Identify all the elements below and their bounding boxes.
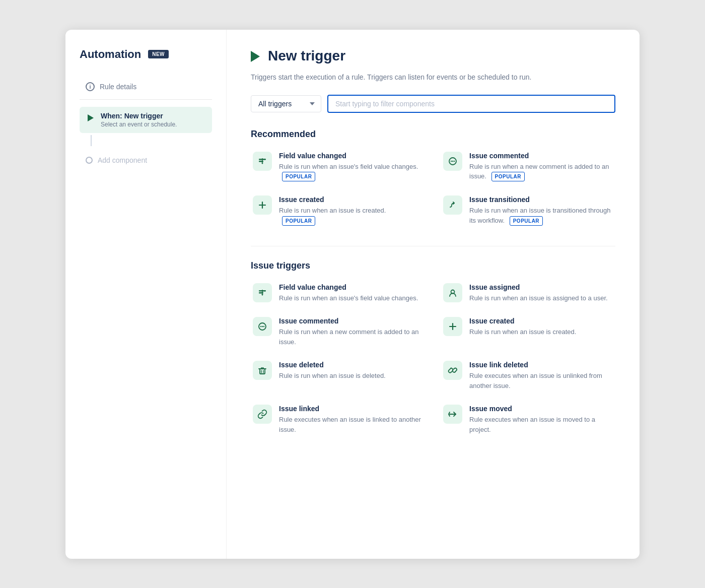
- issue-triggers-section-title: Issue triggers: [251, 260, 615, 271]
- sidebar-connector: [91, 135, 92, 146]
- trigger-item-issue-commented-rec[interactable]: Issue commented Rule is run when a new c…: [441, 150, 615, 184]
- field-value-icon: [257, 156, 267, 166]
- issue-deleted-title: Issue deleted: [279, 361, 386, 369]
- svg-point-5: [454, 160, 455, 161]
- sidebar-add-component[interactable]: Add component: [80, 151, 212, 169]
- workflow-label: When: New trigger: [101, 112, 177, 120]
- popular-badge-created: POPULAR: [282, 216, 315, 226]
- filter-input[interactable]: [327, 95, 615, 113]
- comment-icon: [257, 321, 267, 332]
- link-broken-icon-wrap: [443, 361, 462, 380]
- issue-moved-desc: Rule executes when an issue is moved to …: [469, 415, 613, 434]
- field-value-changed-title: Field value changed: [279, 283, 418, 291]
- add-component-label: Add component: [98, 156, 147, 164]
- workflow-play-icon-wrap: [86, 113, 96, 123]
- trigger-item-issue-transitioned-rec[interactable]: Issue transitioned Rule is run when an i…: [441, 193, 615, 228]
- issue-deleted-desc: Rule is run when an issue is deleted.: [279, 371, 386, 381]
- field-value-changed-rec-desc: Rule is run when an issue's field value …: [279, 162, 423, 182]
- sidebar-item-rule-details[interactable]: i Rule details: [80, 77, 212, 96]
- svg-point-4: [452, 160, 453, 161]
- issue-commented-title: Issue commented: [279, 317, 423, 325]
- issue-link-deleted-title: Issue link deleted: [469, 361, 613, 369]
- svg-rect-13: [260, 369, 265, 374]
- trigger-item-field-value-changed[interactable]: Field value changed Rule is run when an …: [251, 281, 425, 305]
- link-icon: [257, 409, 267, 419]
- issue-link-deleted-desc: Rule executes when an issue is unlinked …: [469, 371, 613, 390]
- new-badge: NEW: [148, 50, 169, 58]
- plus-icon-wrap: [443, 317, 462, 336]
- field-value-icon-wrap-2: [253, 283, 272, 302]
- info-icon: i: [86, 82, 95, 91]
- trash-icon-wrap: [253, 361, 272, 380]
- plus-icon-rec: [257, 200, 267, 210]
- trigger-item-issue-deleted[interactable]: Issue deleted Rule is run when an issue …: [251, 359, 425, 393]
- trigger-item-issue-created[interactable]: Issue created Rule is run when an issue …: [441, 315, 615, 349]
- svg-point-3: [451, 160, 452, 161]
- section-divider: [251, 246, 615, 246]
- popular-badge-transitioned: POPULAR: [510, 216, 543, 226]
- link-broken-icon: [448, 365, 458, 375]
- issue-created-desc: Rule is run when an issue is created.: [469, 327, 576, 337]
- assigned-icon: [448, 288, 458, 298]
- issue-linked-title: Issue linked: [279, 405, 423, 413]
- recommended-section-title: Recommended: [251, 129, 615, 140]
- comment-icon-wrap: [253, 317, 272, 336]
- trash-icon: [257, 365, 267, 375]
- svg-point-11: [262, 326, 263, 327]
- svg-point-12: [263, 326, 264, 327]
- link-icon-wrap: [253, 405, 272, 424]
- comment-icon-wrap-rec: [443, 152, 462, 171]
- main-play-icon: [251, 51, 260, 62]
- issue-transitioned-rec-title: Issue transitioned: [469, 195, 613, 204]
- assigned-icon-wrap: [443, 283, 462, 302]
- workflow-sublabel: Select an event or schedule.: [101, 121, 177, 128]
- move-icon: [448, 409, 458, 419]
- sidebar-item-when-trigger[interactable]: When: New trigger Select an event or sch…: [80, 107, 212, 133]
- transition-icon-rec: [448, 200, 458, 210]
- issue-commented-rec-title: Issue commented: [469, 152, 613, 160]
- field-value-changed-desc: Rule is run when an issue's field value …: [279, 293, 418, 303]
- plus-icon-wrap-rec: [253, 195, 272, 215]
- issue-created-rec-desc: Rule is run when an issue is created. PO…: [279, 206, 423, 226]
- popular-badge-commented: POPULAR: [491, 172, 525, 181]
- trigger-item-issue-commented[interactable]: Issue commented Rule is run when a new c…: [251, 315, 425, 349]
- issue-commented-rec-desc: Rule is run when a new comment is added …: [469, 162, 613, 182]
- issue-assigned-title: Issue assigned: [469, 283, 608, 291]
- trigger-item-issue-linked[interactable]: Issue linked Rule executes when an issue…: [251, 403, 425, 436]
- issue-created-rec-title: Issue created: [279, 195, 423, 204]
- sidebar-divider: [80, 99, 212, 100]
- trigger-item-issue-created-rec[interactable]: Issue created Rule is run when an issue …: [251, 193, 425, 228]
- issue-moved-title: Issue moved: [469, 405, 613, 413]
- main-content: New trigger Triggers start the execution…: [227, 30, 640, 559]
- app-title: Automation: [80, 48, 141, 61]
- plus-icon: [448, 321, 458, 332]
- issue-commented-desc: Rule is run when a new comment is added …: [279, 327, 423, 347]
- trigger-item-field-value-changed-rec[interactable]: Field value changed Rule is run when an …: [251, 150, 425, 184]
- field-value-icon-2: [257, 288, 267, 298]
- field-value-icon-wrap: [253, 152, 272, 171]
- page-description: Triggers start the execution of a rule. …: [251, 72, 615, 83]
- issue-linked-desc: Rule executes when an issue is linked to…: [279, 415, 423, 434]
- main-header: New trigger: [251, 48, 615, 64]
- add-dot-icon: [86, 157, 93, 164]
- page-title: New trigger: [268, 48, 345, 64]
- trigger-item-issue-link-deleted[interactable]: Issue link deleted Rule executes when an…: [441, 359, 615, 393]
- sidebar: Automation NEW i Rule details When: New …: [65, 30, 227, 559]
- play-icon: [88, 114, 94, 121]
- recommended-grid: Field value changed Rule is run when an …: [251, 150, 615, 228]
- popular-badge: POPULAR: [282, 172, 315, 181]
- trigger-item-issue-assigned[interactable]: Issue assigned Rule is run when an issue…: [441, 281, 615, 305]
- issue-transitioned-rec-desc: Rule is run when an issue is transitione…: [469, 206, 613, 226]
- issue-assigned-desc: Rule is run when an issue is assigned to…: [469, 293, 608, 303]
- comment-icon-rec: [448, 156, 458, 166]
- transition-icon-wrap-rec: [443, 195, 462, 215]
- field-value-changed-rec-title: Field value changed: [279, 152, 423, 160]
- filter-row: All triggers: [251, 95, 615, 113]
- trigger-dropdown[interactable]: All triggers: [251, 95, 321, 112]
- issue-triggers-grid: Field value changed Rule is run when an …: [251, 281, 615, 437]
- trigger-item-issue-moved[interactable]: Issue moved Rule executes when an issue …: [441, 403, 615, 436]
- issue-created-title: Issue created: [469, 317, 576, 325]
- svg-point-10: [260, 326, 261, 327]
- move-icon-wrap: [443, 405, 462, 424]
- sidebar-rule-details-label: Rule details: [100, 83, 136, 91]
